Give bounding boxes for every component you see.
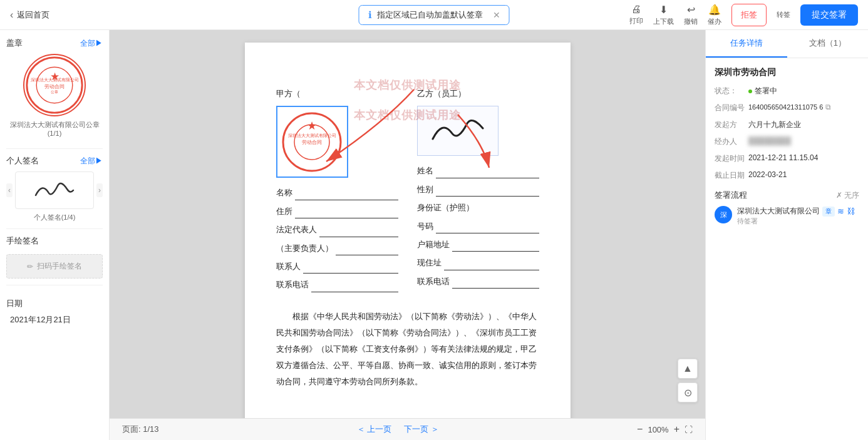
personal-sig-caption: 个人签名(1/4) xyxy=(6,213,103,222)
scroll-up-button[interactable]: ▲ xyxy=(678,359,698,379)
tab-task[interactable]: 任务详情 xyxy=(706,30,787,58)
divider1 xyxy=(6,148,103,149)
handwrite-title: 手绘签名 xyxy=(6,235,39,247)
company-stamp[interactable]: 深圳法大大测试有限公司 劳动合同 公章 ★ xyxy=(23,54,86,116)
submit-button[interactable]: 提交签署 xyxy=(800,4,858,26)
svg-text:劳动合同: 劳动合同 xyxy=(302,140,322,145)
stamp-area: 深圳法大大测试有限公司 劳动合同 公章 ★ 深圳法大大测试有限公司公章(1/1) xyxy=(6,54,103,137)
address-line-a xyxy=(295,207,398,218)
info-row-deadline: 截止日期 2022-03-21 xyxy=(715,170,859,181)
download-button[interactable]: ⬇ 上下载 xyxy=(653,4,674,26)
id-num-label: 号码 xyxy=(417,219,433,233)
download-icon: ⬇ xyxy=(659,4,668,16)
id-label: 身份证（护照） xyxy=(417,200,474,215)
flow-item: 深 深圳法大大测试有限公司 章 ≋ ⛓ 待签署 xyxy=(715,206,859,226)
contact-label: 联系人 xyxy=(276,259,301,274)
party-a-stamp-svg: 深圳法大大测试有限公司 劳动合同 ★ xyxy=(281,111,343,173)
status-value: 签署中 xyxy=(748,86,859,96)
party-a: 甲方（ 深圳法大大测试有限公司 劳动合同 ★ xyxy=(276,86,398,296)
doc-page: 本文档仅供测试用途 本文档仅供测试用途 xyxy=(245,43,571,418)
manager-value: ████████ xyxy=(748,136,859,145)
notification-text: 指定区域已自动加盖默认签章 xyxy=(377,9,483,21)
party-b-sig-box[interactable] xyxy=(417,106,499,156)
stamp-all-button[interactable]: 全部▶ xyxy=(80,38,103,49)
doc-viewer: 本文档仅供测试用途 本文档仅供测试用途 xyxy=(110,30,705,440)
personal-sig-title: 个人签名 xyxy=(6,155,39,166)
party-a-stamp-box[interactable]: 深圳法大大测试有限公司 劳动合同 ★ xyxy=(276,106,348,178)
id-num-line xyxy=(436,222,539,233)
doc-content[interactable]: 本文档仅供测试用途 本文档仅供测试用途 xyxy=(110,30,705,418)
form-row-contact-a: 联系人 xyxy=(276,259,398,274)
personal-sig-header: 个人签名 全部▶ xyxy=(6,155,103,166)
name-line-a xyxy=(295,189,398,200)
flow-status: 待签署 xyxy=(737,217,859,226)
topbar-actions: 🖨 打印 ⬇ 上下载 ↩ 撤销 🔔 催办 拒签 转签 提交签署 xyxy=(629,4,858,26)
form-row-gender: 性别 xyxy=(417,182,539,197)
scan-button[interactable]: ✏ 扫码手绘签名 xyxy=(6,254,103,279)
info-row-initiator: 发起方 六月十九新企业 xyxy=(715,120,859,130)
flow-tag: 章 xyxy=(822,207,835,217)
notification-banner: ℹ 指定区域已自动加盖默认签章 ✕ xyxy=(359,5,510,25)
form-row-phone-a: 联系电话 xyxy=(276,277,398,292)
main-layout: 盖章 全部▶ 深圳法大大测试有限公司 劳动合同 公章 ★ 深圳法大大测试有限公司… xyxy=(0,30,868,440)
info-row-contract-no: 合同编号 164005650421311075 6 ⧉ xyxy=(715,103,859,113)
form-row-current-address: 现住址 xyxy=(417,255,539,270)
flow-section-header: 签署流程 ✗ 无序 xyxy=(715,190,859,201)
zoom-out-button[interactable]: − xyxy=(637,424,643,435)
current-address-label: 现住址 xyxy=(417,255,442,270)
legal-label: 法定代表人 xyxy=(276,222,317,237)
reject-button[interactable]: 拒签 xyxy=(731,4,767,26)
form-row-name-a: 名称 xyxy=(276,185,398,200)
sig-prev-button[interactable]: ‹ xyxy=(6,183,13,197)
flow-external-link-icon[interactable]: ⛓ xyxy=(847,207,855,216)
stamp-section-header: 盖章 全部▶ xyxy=(6,38,103,49)
contract-no-label: 合同编号 xyxy=(715,103,748,113)
prev-page-button[interactable]: ＜ 上一页 xyxy=(357,424,392,435)
flow-title: 签署流程 xyxy=(715,190,747,201)
fit-page-icon[interactable]: ⛶ xyxy=(685,425,693,434)
notification-close-button[interactable]: ✕ xyxy=(493,10,500,20)
svg-text:劳动合同: 劳动合同 xyxy=(44,84,65,90)
remind-button[interactable]: 🔔 催办 xyxy=(708,4,721,26)
next-page-button[interactable]: 下一页 ＞ xyxy=(404,424,439,435)
scroll-target-button[interactable]: ⊙ xyxy=(678,382,698,402)
contact-phone-line xyxy=(452,277,539,289)
back-label: 返回首页 xyxy=(17,9,49,21)
page-nav: ＜ 上一页 下一页 ＞ xyxy=(357,424,439,435)
contract-no-value: 164005650421311075 6 ⧉ xyxy=(748,103,859,111)
start-time-value: 2021-12-21 11.15.04 xyxy=(748,153,859,162)
revoke-button[interactable]: ↩ 撤销 xyxy=(684,4,698,26)
arrow-left-icon: ‹ xyxy=(10,9,13,21)
party-b-label: 乙方（员工） xyxy=(417,86,539,101)
stamp-caption: 深圳法大大测试有限公司公章(1/1) xyxy=(6,120,103,137)
flow-link-icon[interactable]: ≋ xyxy=(837,207,844,216)
notification-area: ℹ 指定区域已自动加盖默认签章 ✕ xyxy=(359,5,510,25)
copy-contract-no-button[interactable]: ⧉ xyxy=(825,103,831,111)
form-row-id-num: 号码 xyxy=(417,219,539,233)
zoom-ctrl: − 100% + ⛶ xyxy=(637,424,693,435)
address-label: 住所 xyxy=(276,204,292,218)
transfer-button[interactable]: 转签 xyxy=(777,10,790,19)
main-responsible-line xyxy=(336,244,398,255)
current-address-line xyxy=(444,259,539,270)
print-button[interactable]: 🖨 打印 xyxy=(629,4,643,26)
personal-sig-all-button[interactable]: 全部▶ xyxy=(80,156,103,166)
personal-sig-box[interactable] xyxy=(15,171,94,209)
doc-body-text: 根据《中华人民共和国劳动法》（以下简称《劳动法》）、《中华人民共和国劳动合同法》… xyxy=(276,309,539,390)
sig-next-button[interactable]: › xyxy=(96,183,103,197)
form-row-main-responsible: （主要负责人） xyxy=(276,241,398,255)
zoom-in-button[interactable]: + xyxy=(674,424,679,435)
initiator-label: 发起方 xyxy=(715,120,748,130)
left-panel: 盖章 全部▶ 深圳法大大测试有限公司 劳动合同 公章 ★ 深圳法大大测试有限公司… xyxy=(0,30,110,440)
form-row-contact-phone: 联系电话 xyxy=(417,274,539,289)
back-button[interactable]: ‹ 返回首页 xyxy=(10,9,49,21)
stamp-section-title: 盖章 xyxy=(6,38,23,49)
right-content: 深圳市劳动合同 状态： 签署中 合同编号 164005650421311075 … xyxy=(706,58,868,440)
household-line xyxy=(452,240,539,252)
phone-line-a xyxy=(311,281,398,292)
tab-doc[interactable]: 文档（1） xyxy=(787,30,869,58)
date-section: 日期 2021年12月21日 xyxy=(6,298,103,330)
form-row-household: 户籍地址 xyxy=(417,237,539,252)
remind-icon: 🔔 xyxy=(708,4,721,16)
deadline-value: 2022-03-21 xyxy=(748,170,859,179)
